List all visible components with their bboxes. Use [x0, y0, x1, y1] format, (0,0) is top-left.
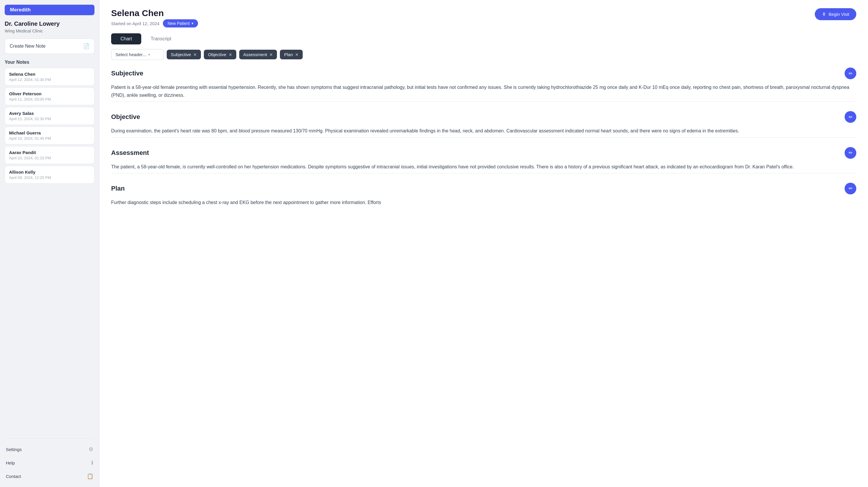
section-title-plan: Plan [111, 185, 125, 192]
patient-meta-row: Started on April 12, 2024 New Patient ▾ [111, 19, 198, 28]
patient-name: Selena Chen [111, 8, 198, 18]
doctor-name: Dr. Caroline Lowery [5, 21, 94, 27]
chevron-down-icon: ▾ [148, 53, 150, 57]
section-title-objective: Objective [111, 113, 140, 121]
section-header-plan: Plan ✏ [111, 183, 856, 194]
section-divider [111, 137, 856, 138]
sidebar-item-settings[interactable]: Settings ⚙ [5, 443, 94, 455]
section-edit-button-assessment[interactable]: ✏ [845, 147, 856, 159]
note-date: April 10, 2024, 01:15 PM [9, 156, 90, 160]
note-date: April 10, 2024, 01:45 PM [9, 136, 90, 140]
section-assessment: Assessment ✏ The patient, a 58-year-old … [111, 147, 856, 173]
list-item[interactable]: Allison Kelly April 09, 2024, 12:20 PM [5, 166, 94, 184]
list-item[interactable]: Oliver Peterson April 11, 2024, 03:05 PM [5, 88, 94, 105]
note-name: Avery Salas [9, 111, 90, 116]
section-objective: Objective ✏ During examination, the pati… [111, 111, 856, 137]
section-body-subjective: Patient is a 58-year-old female presenti… [111, 83, 856, 99]
section-body-plan: Further diagnostic steps include schedul… [111, 198, 856, 206]
clinic-name: Wing Medical Clinic [5, 28, 94, 33]
your-notes-heading: Your Notes [5, 60, 94, 65]
note-name: Michael Guerra [9, 130, 90, 135]
list-item[interactable]: Avery Salas April 11, 2024, 02:30 PM [5, 107, 94, 125]
edit-icon: ✏ [849, 150, 852, 156]
select-header-dropdown[interactable]: Select header... ▾ [111, 49, 164, 60]
contact-icon: 📋 [87, 473, 93, 479]
begin-visit-label: Begin Visit [829, 12, 849, 17]
help-icon: ℹ [91, 459, 93, 466]
new-patient-badge[interactable]: New Patient ▾ [163, 19, 198, 28]
note-name: Aarav Pandit [9, 150, 90, 155]
chip-plan[interactable]: Plan ✕ [280, 50, 303, 59]
tabs-bar: ChartTranscript [99, 28, 868, 44]
chip-label-plan: Plan [284, 52, 293, 57]
select-header-label: Select header... [116, 52, 146, 57]
section-divider [111, 101, 856, 102]
settings-icon: ⚙ [89, 446, 93, 453]
chip-remove-subjective[interactable]: ✕ [193, 52, 197, 57]
section-header-objective: Objective ✏ [111, 111, 856, 123]
section-body-assessment: The patient, a 58-year-old female, is cu… [111, 163, 856, 171]
patient-started: Started on April 12, 2024 [111, 21, 159, 26]
tab-chart[interactable]: Chart [111, 33, 141, 44]
help-label: Help [6, 460, 15, 465]
settings-label: Settings [6, 447, 22, 452]
note-date: April 11, 2024, 02:30 PM [9, 117, 90, 121]
section-header-assessment: Assessment ✏ [111, 147, 856, 159]
chip-label-subjective: Subjective [171, 52, 191, 57]
edit-icon: ✏ [849, 114, 852, 120]
create-note-label: Create New Note [10, 43, 45, 49]
patient-info: Selena Chen Started on April 12, 2024 Ne… [111, 8, 198, 28]
section-divider [111, 173, 856, 173]
begin-visit-button[interactable]: 🎙 Begin Visit [815, 8, 856, 20]
create-note-button[interactable]: Create New Note 📄 [5, 39, 94, 54]
edit-icon: ✏ [849, 186, 852, 191]
note-name: Allison Kelly [9, 169, 90, 174]
content-area: Subjective ✏ Patient is a 58-year-old fe… [99, 65, 868, 487]
section-title-assessment: Assessment [111, 149, 149, 157]
tab-transcript[interactable]: Transcript [141, 33, 181, 44]
section-header-subjective: Subjective ✏ [111, 67, 856, 79]
list-item[interactable]: Michael Guerra April 10, 2024, 01:45 PM [5, 127, 94, 144]
section-subjective: Subjective ✏ Patient is a 58-year-old fe… [111, 67, 856, 102]
section-edit-button-subjective[interactable]: ✏ [845, 67, 856, 79]
section-title-subjective: Subjective [111, 70, 143, 77]
microphone-icon: 🎙 [822, 12, 826, 17]
note-icon: 📄 [83, 43, 90, 50]
header-selector-row: Select header... ▾ Subjective ✕ Objectiv… [99, 44, 868, 65]
section-edit-button-plan[interactable]: ✏ [845, 183, 856, 194]
edit-icon: ✏ [849, 71, 852, 76]
patient-badge-label: New Patient [167, 21, 189, 26]
chevron-down-icon: ▾ [191, 21, 193, 26]
note-name: Oliver Peterson [9, 91, 90, 96]
chip-assessment[interactable]: Assessment ✕ [239, 50, 277, 59]
note-date: April 11, 2024, 03:05 PM [9, 97, 90, 101]
sidebar-bottom: Settings ⚙ Help ℹ Contact 📋 [5, 438, 94, 482]
list-item[interactable]: Selena Chen April 12, 2024, 01:30 PM [5, 68, 94, 86]
list-item[interactable]: Aarav Pandit April 10, 2024, 01:15 PM [5, 146, 94, 164]
main-header: Selena Chen Started on April 12, 2024 Ne… [99, 0, 868, 28]
section-edit-button-objective[interactable]: ✏ [845, 111, 856, 123]
section-body-objective: During examination, the patient's heart … [111, 127, 856, 135]
chip-remove-assessment[interactable]: ✕ [269, 52, 273, 57]
section-plan: Plan ✏ Further diagnostic steps include … [111, 183, 856, 206]
notes-list: Selena Chen April 12, 2024, 01:30 PM Oli… [5, 68, 94, 438]
note-name: Selena Chen [9, 72, 90, 76]
note-date: April 09, 2024, 12:20 PM [9, 175, 90, 180]
chip-subjective[interactable]: Subjective ✕ [167, 50, 201, 59]
contact-label: Contact [6, 474, 21, 479]
chip-label-objective: Objective [208, 52, 226, 57]
chip-label-assessment: Assessment [243, 52, 267, 57]
app-name[interactable]: Meredith [5, 5, 94, 15]
main-content: Selena Chen Started on April 12, 2024 Ne… [99, 0, 868, 487]
sidebar-item-contact[interactable]: Contact 📋 [5, 470, 94, 482]
note-date: April 12, 2024, 01:30 PM [9, 77, 90, 82]
chip-objective[interactable]: Objective ✕ [204, 50, 236, 59]
chip-remove-objective[interactable]: ✕ [229, 52, 232, 57]
chip-remove-plan[interactable]: ✕ [295, 52, 299, 57]
sidebar-item-help[interactable]: Help ℹ [5, 457, 94, 469]
sidebar: Meredith Dr. Caroline Lowery Wing Medica… [0, 0, 99, 487]
